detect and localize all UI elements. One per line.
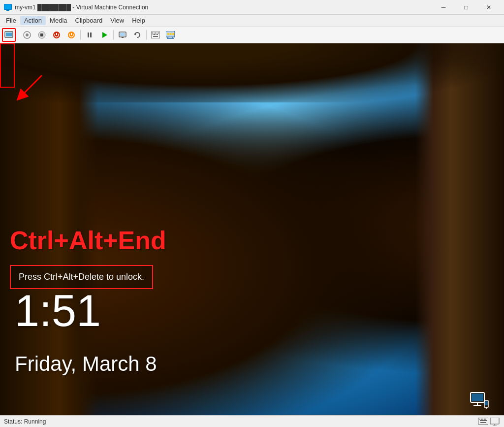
status-bar: Status: Running bbox=[0, 415, 504, 427]
separator bbox=[18, 30, 18, 40]
connection-title: Virtual Machine Connection bbox=[76, 4, 149, 11]
checkpoint-icon bbox=[119, 31, 126, 39]
svg-rect-23 bbox=[158, 33, 159, 33]
menu-action[interactable]: Action bbox=[20, 16, 46, 25]
svg-rect-4 bbox=[6, 33, 12, 36]
power-button[interactable] bbox=[64, 28, 78, 42]
minimize-button[interactable]: ─ bbox=[432, 0, 455, 15]
status-text: Status: Running bbox=[4, 418, 46, 425]
menu-view[interactable]: View bbox=[106, 16, 128, 25]
vm-screen[interactable]: Ctrl+Alt+End Press Ctrl+Alt+Delete to un… bbox=[0, 43, 504, 415]
shutdown-icon bbox=[53, 31, 61, 39]
rock-top bbox=[0, 43, 504, 102]
shutdown-button[interactable] bbox=[50, 28, 63, 42]
pause-button[interactable] bbox=[83, 28, 96, 42]
menu-clipboard[interactable]: Clipboard bbox=[71, 16, 107, 25]
svg-point-36 bbox=[172, 33, 174, 35]
svg-rect-20 bbox=[154, 33, 155, 33]
annotation-red-box bbox=[0, 43, 15, 88]
time-display: 1:51 bbox=[15, 286, 101, 336]
svg-rect-16 bbox=[122, 37, 124, 38]
monitor-status-icon bbox=[490, 418, 500, 426]
vm-icon bbox=[4, 3, 12, 11]
vm-name: my-vm1 bbox=[15, 4, 36, 11]
stop-button[interactable] bbox=[35, 28, 49, 42]
unlock-instruction-text: Press Ctrl+Alt+Delete to unlock. bbox=[19, 272, 144, 282]
window-controls: ─ □ ✕ bbox=[432, 0, 500, 15]
svg-rect-47 bbox=[481, 419, 482, 420]
undo-button[interactable] bbox=[130, 28, 144, 42]
menu-help[interactable]: Help bbox=[128, 16, 149, 25]
toolbar bbox=[0, 27, 504, 43]
resume-button[interactable] bbox=[97, 28, 111, 42]
svg-rect-26 bbox=[156, 34, 157, 35]
svg-rect-48 bbox=[482, 419, 483, 420]
checkpoint-button[interactable] bbox=[116, 28, 129, 42]
stop-icon bbox=[38, 31, 46, 39]
status-right bbox=[478, 418, 500, 426]
save-icon bbox=[23, 31, 31, 39]
settings-icon bbox=[166, 31, 175, 39]
screenshot-icon bbox=[4, 31, 13, 39]
svg-rect-11 bbox=[88, 33, 89, 37]
annotation-arrow bbox=[15, 73, 39, 98]
svg-rect-27 bbox=[157, 34, 158, 35]
status-left: Status: Running bbox=[4, 418, 46, 425]
svg-rect-25 bbox=[154, 34, 155, 35]
keyboard-icon bbox=[151, 32, 160, 38]
window-title: my-vm1 ████████ - Virtual Machine Connec… bbox=[15, 4, 432, 11]
svg-rect-43 bbox=[485, 401, 488, 405]
svg-rect-21 bbox=[155, 33, 156, 33]
svg-point-34 bbox=[167, 33, 169, 35]
svg-rect-28 bbox=[153, 36, 158, 37]
svg-rect-12 bbox=[90, 33, 92, 37]
svg-rect-1 bbox=[4, 4, 11, 9]
svg-rect-46 bbox=[479, 419, 480, 420]
undo-icon bbox=[133, 31, 141, 39]
title-bar: my-vm1 ████████ - Virtual Machine Connec… bbox=[0, 0, 504, 15]
svg-rect-15 bbox=[120, 33, 125, 36]
svg-rect-24 bbox=[153, 34, 154, 35]
svg-line-37 bbox=[21, 75, 42, 97]
screenshot-button[interactable] bbox=[2, 28, 16, 42]
svg-rect-8 bbox=[40, 33, 43, 36]
play-icon bbox=[100, 31, 108, 39]
close-button[interactable]: ✕ bbox=[477, 0, 500, 15]
pause-icon bbox=[86, 31, 94, 39]
restore-button[interactable]: □ bbox=[455, 0, 477, 15]
settings-button[interactable] bbox=[163, 28, 177, 42]
menu-bar: File Action Media Clipboard View Help bbox=[0, 15, 504, 27]
separator4 bbox=[146, 30, 147, 40]
svg-marker-13 bbox=[102, 32, 107, 38]
keyboard-status-icon bbox=[478, 418, 488, 426]
network-icon bbox=[470, 391, 489, 410]
menu-file[interactable]: File bbox=[2, 16, 20, 25]
menu-media[interactable]: Media bbox=[46, 16, 71, 25]
separator2 bbox=[80, 30, 81, 40]
shortcut-label: Ctrl+Alt+End bbox=[10, 226, 166, 255]
svg-point-35 bbox=[170, 33, 172, 35]
svg-rect-2 bbox=[6, 10, 9, 11]
separator3 bbox=[113, 30, 114, 40]
svg-rect-52 bbox=[480, 422, 486, 423]
svg-rect-39 bbox=[472, 394, 483, 401]
svg-rect-22 bbox=[157, 33, 158, 33]
keyboard-button[interactable] bbox=[149, 28, 162, 42]
svg-rect-49 bbox=[484, 419, 485, 420]
date-display: Friday, March 8 bbox=[15, 352, 157, 376]
save-state-button[interactable] bbox=[20, 28, 34, 42]
svg-rect-51 bbox=[480, 420, 487, 421]
svg-rect-50 bbox=[485, 419, 486, 420]
svg-rect-19 bbox=[152, 33, 153, 33]
svg-rect-53 bbox=[490, 418, 499, 424]
power-icon bbox=[67, 31, 75, 39]
svg-point-6 bbox=[26, 33, 29, 36]
